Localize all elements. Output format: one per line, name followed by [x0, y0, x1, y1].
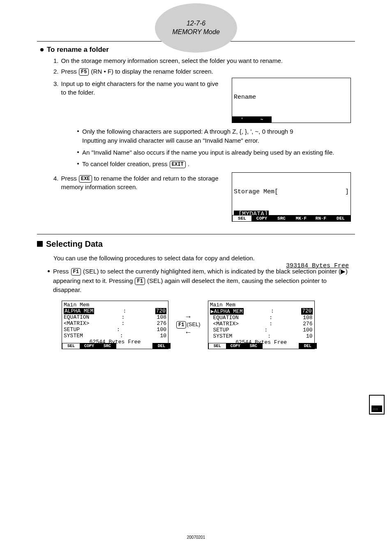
softkey-tilde[interactable]: ~: [252, 116, 272, 123]
key-f1-arrow: F1: [176, 321, 186, 329]
lcdA-r0v: 720: [155, 308, 166, 314]
lcdB-r2v: 276: [303, 321, 312, 327]
footer-date: 20070201: [187, 535, 205, 540]
section2-heading-text: Selecting Data: [46, 239, 103, 249]
arrow-left-icon: ←: [184, 329, 192, 337]
bullet-icon: [77, 130, 79, 132]
softkey-del[interactable]: DEL: [331, 215, 350, 221]
header-code: 12-7-6: [187, 19, 205, 28]
lcd2-title-r: ]: [345, 188, 349, 196]
lcdA-r4v: 10: [160, 333, 166, 339]
calculator-icon: ∷∷: [369, 395, 385, 415]
step-4a: Press: [61, 175, 79, 182]
softkey-sel[interactable]: SEL: [232, 215, 252, 221]
key-exe: EXE: [79, 175, 92, 183]
lcdA-r1v: 108: [157, 314, 166, 320]
step-2: 2. Press F5 (RN • F) to display the rena…: [53, 67, 351, 76]
lcdA-r0n: ALPHA MEM: [64, 308, 94, 314]
key-f5: F5: [79, 68, 89, 76]
sk-a-del[interactable]: DEL: [152, 343, 171, 349]
softkey-rnf[interactable]: RN·F: [311, 215, 331, 221]
sk-a-sel[interactable]: SEL: [62, 343, 80, 349]
bullet-icon: [77, 163, 79, 164]
lcdA-r2v: 276: [157, 320, 166, 327]
lcdB-r0v: 720: [301, 308, 312, 315]
lcdA-r1n: EQUATION: [64, 314, 89, 320]
header-title: MEMORY Mode: [172, 28, 220, 37]
sk-b-sel[interactable]: SEL: [208, 343, 226, 349]
bullet-icon: [77, 151, 79, 153]
lcdA-r2n: <MATRIX>: [64, 320, 89, 327]
section1-heading-text: To rename a folder: [47, 46, 109, 54]
lcd2-free: 393184 Bytes Free: [234, 262, 349, 270]
key-f1-2: F1: [135, 278, 145, 285]
note-3b: .: [188, 160, 189, 167]
lcdB-r1n: EQUATION: [210, 315, 239, 321]
lcdA-title: Main Mem: [64, 302, 166, 308]
sk-b-del[interactable]: DEL: [299, 343, 317, 349]
step-4: 4. Press EXE to rename the folder and re…: [53, 174, 224, 192]
key-exit: EXIT: [170, 161, 186, 168]
page-header-badge: 12-7-6 MEMORY Mode: [155, 3, 237, 53]
step-1-text: On the storage memory information screen…: [61, 56, 283, 65]
lcdB-title: Main Mem: [210, 302, 313, 308]
sk-a-src[interactable]: SRC: [98, 343, 116, 349]
arrow-right-icon: →: [184, 313, 192, 321]
square-icon: [37, 241, 43, 247]
lcdB-r3n: SETUP: [210, 327, 229, 333]
lcdB-r4v: 10: [306, 333, 313, 339]
lcdB-r3v: 100: [303, 327, 312, 333]
step-3: 3. Input up to eight characters for the …: [53, 79, 224, 97]
arrow-column: → F1(SEL) ←: [176, 313, 201, 337]
sk-a-copy[interactable]: COPY: [80, 343, 98, 349]
lcdB-r0n: ▶ALPHA MEM: [210, 308, 244, 315]
softkey-copy[interactable]: COPY: [252, 215, 272, 221]
lcdB-r4n: SYSTEM: [210, 333, 233, 339]
lcd-rename: Rename [AOLDER1 ] ' ~: [232, 78, 351, 123]
sk-b-copy[interactable]: COPY: [226, 343, 244, 349]
step-1: 1. On the storage memory information scr…: [53, 56, 351, 65]
softkey-src[interactable]: SRC: [272, 215, 291, 221]
note-3a: To cancel folder creation, press: [82, 160, 169, 167]
bullet-icon: [48, 270, 50, 272]
note-2-text: An "Invalid Name" also occurs if the nam…: [82, 148, 334, 158]
key-f1: F1: [71, 268, 81, 276]
softkey-apos[interactable]: ': [232, 116, 252, 123]
lcdB-r1v: 108: [303, 315, 312, 321]
bullet-icon: [40, 48, 44, 51]
s2-ba: Press: [53, 268, 71, 275]
lcd-mainmem-a: Main Mem ALPHA MEM:720 EQUATION:108 <MAT…: [62, 301, 168, 349]
lcdA-r3n: SETUP: [64, 327, 80, 333]
lcd-mainmem-b: Main Mem ▶ALPHA MEM:720 EQUATION:108 <MA…: [208, 301, 315, 349]
lcd2-title-l: Storage Mem[: [234, 188, 278, 196]
step-3-text: Input up to eight characters for the nam…: [61, 79, 224, 97]
softkey-mkf[interactable]: MK·F: [291, 215, 311, 221]
lcd1-line1: Rename: [234, 94, 349, 101]
note-3: To cancel folder creation, press EXIT .: [77, 160, 351, 169]
lcdA-r4n: SYSTEM: [64, 333, 83, 339]
note-2: An "Invalid Name" also occurs if the nam…: [77, 148, 351, 158]
lcdA-r3v: 100: [157, 327, 166, 333]
lcdB-r2n: <MATRIX>: [210, 321, 239, 327]
step-2a: Press: [61, 68, 79, 75]
note-1b: Inputting any invalid character will cau…: [82, 137, 259, 144]
arrow-mid: (SEL): [187, 321, 200, 327]
lcd-storage: Storage Mem[ ] [MYDATA] 393184 Bytes Fre…: [232, 172, 351, 222]
step-2b: (RN • F) to display the rename folder sc…: [91, 68, 213, 75]
sk-b-src[interactable]: SRC: [244, 343, 263, 349]
